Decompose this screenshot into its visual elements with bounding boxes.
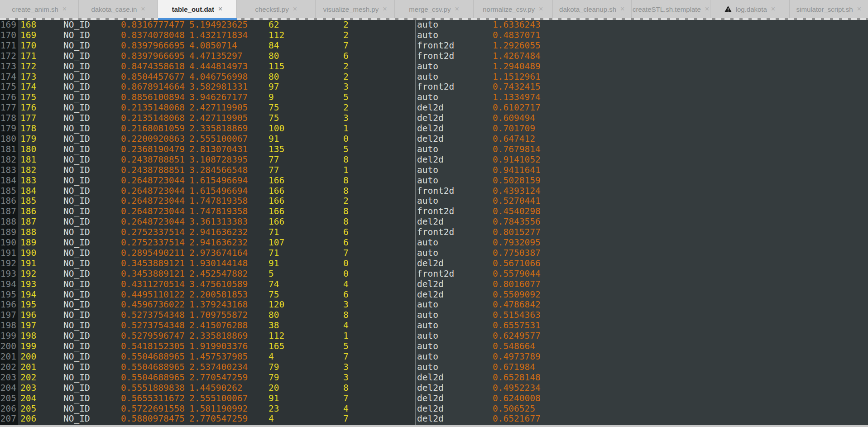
- param2-cell: 2.415076288: [189, 321, 248, 331]
- tab-close-icon[interactable]: ×: [383, 5, 387, 13]
- result-cell: 0.5509092: [493, 290, 541, 300]
- tab-normalize_csv.py[interactable]: normalize_csv.py×: [474, 0, 552, 18]
- tab-close-icon[interactable]: ×: [62, 5, 67, 13]
- method-cell: front2d: [417, 41, 454, 51]
- param1-cell: 0.8397966695: [121, 51, 185, 62]
- eval-id-cell: 175: [20, 92, 36, 103]
- eval-id-cell: 189: [20, 238, 36, 248]
- int1-cell: 166: [269, 217, 284, 227]
- tab-label: create_anim.sh: [12, 5, 58, 13]
- result-cell: 0.548664: [493, 341, 535, 352]
- code-line: 173NO_ID0.85044576774.046756998802auto1.…: [18, 72, 868, 82]
- code-line: 180NO_ID0.23681904792.8130704311355auto0…: [18, 144, 868, 155]
- eval-id-cell: 185: [20, 196, 36, 206]
- param1-cell: 0.4311270514: [121, 279, 185, 290]
- tab-close-icon[interactable]: ×: [771, 5, 775, 13]
- int1-cell: 112: [269, 331, 284, 341]
- tab-simulator_script.sh[interactable]: simulator_script.sh×: [790, 0, 868, 18]
- interface-cell: NO_ID: [63, 259, 90, 269]
- line-number: 172: [0, 51, 16, 62]
- method-cell: auto: [417, 341, 438, 352]
- param1-cell: 0.2438788851: [121, 165, 185, 176]
- tab-close-icon[interactable]: ×: [293, 5, 297, 13]
- tab-createSTL.sh.template[interactable]: createSTL.sh.template×: [632, 0, 710, 18]
- line-number-gutter: 1691701711721731741751761771781791801811…: [0, 20, 18, 425]
- interface-cell: NO_ID: [63, 300, 90, 310]
- param2-cell: 1.747819358: [189, 206, 248, 217]
- int2-cell: 8: [343, 310, 349, 321]
- param1-cell: 0.2752337514: [121, 227, 185, 238]
- param1-cell: 0.5273754348: [121, 310, 185, 321]
- param1-cell: 0.5504688965: [121, 362, 185, 373]
- line-number: 202: [0, 362, 16, 373]
- text-editor-window: create_anim.sh×dakota_case.in×table_out.…: [0, 0, 868, 427]
- line-number: 177: [0, 103, 16, 113]
- method-cell: auto: [417, 248, 438, 259]
- tab-close-icon[interactable]: ×: [705, 5, 709, 13]
- eval-id-cell: 178: [20, 124, 36, 134]
- int2-cell: 8: [343, 217, 349, 227]
- result-cell: 0.4837071: [493, 30, 541, 41]
- tab-label: log.dakota: [736, 5, 767, 13]
- code-area[interactable]: 168NO_ID0.83167774775.194923625622auto1.…: [18, 20, 868, 425]
- tab-dakota_cleanup.sh[interactable]: dakota_cleanup.sh×: [553, 0, 632, 18]
- int1-cell: 97: [269, 82, 279, 92]
- result-cell: 0.7432415: [493, 82, 541, 92]
- tab-create_anim.sh[interactable]: create_anim.sh×: [0, 0, 79, 18]
- tab-label: createSTL.sh.template: [633, 5, 701, 13]
- line-number: 189: [0, 227, 16, 238]
- param2-cell: 2.452547882: [189, 269, 248, 279]
- int2-cell: 3: [343, 373, 349, 383]
- eval-id-cell: 206: [20, 414, 36, 424]
- param1-cell: 0.3453889121: [121, 269, 185, 279]
- tab-close-icon[interactable]: ×: [620, 5, 624, 13]
- tab-close-icon[interactable]: ×: [455, 5, 459, 13]
- int1-cell: 91: [269, 393, 279, 404]
- method-cell: del2d: [417, 124, 444, 134]
- line-number: 178: [0, 113, 16, 124]
- interface-cell: NO_ID: [63, 238, 90, 248]
- method-cell: auto: [417, 30, 438, 41]
- result-cell: 1.6336243: [493, 20, 541, 30]
- param1-cell: 0.5880978475: [121, 414, 185, 424]
- result-cell: 0.5154363: [493, 310, 541, 321]
- interface-cell: NO_ID: [63, 134, 90, 144]
- interface-cell: NO_ID: [63, 165, 90, 176]
- eval-id-cell: 199: [20, 341, 36, 352]
- code-line: 169NO_ID0.83740780481.4321718341122auto0…: [18, 30, 868, 41]
- method-cell: auto: [417, 362, 438, 373]
- interface-cell: NO_ID: [63, 51, 90, 62]
- tab-merge_csv.py[interactable]: merge_csv.py×: [395, 0, 474, 18]
- tab-label: checkstl.py: [255, 5, 288, 13]
- eval-id-cell: 174: [20, 82, 36, 92]
- result-cell: 0.701709: [493, 124, 535, 134]
- tab-close-icon[interactable]: ×: [141, 5, 145, 13]
- result-cell: 0.6249577: [493, 331, 541, 341]
- line-number: 196: [0, 300, 16, 310]
- eval-id-cell: 198: [20, 331, 36, 341]
- tab-close-icon[interactable]: ×: [539, 5, 543, 13]
- param2-cell: 1.930144148: [189, 259, 248, 269]
- eval-id-cell: 197: [20, 321, 36, 331]
- param1-cell: 0.5655311672: [121, 393, 185, 404]
- editor-area[interactable]: 1691701711721731741751761771781791801811…: [0, 20, 868, 425]
- tab-checkstl.py[interactable]: checkstl.py×: [237, 0, 316, 18]
- param2-cell: 2.941636232: [189, 227, 248, 238]
- method-cell: del2d: [417, 404, 444, 414]
- interface-cell: NO_ID: [63, 279, 90, 290]
- tab-close-icon[interactable]: ×: [857, 5, 861, 13]
- line-number: 170: [0, 30, 16, 41]
- eval-id-cell: 184: [20, 186, 36, 197]
- interface-cell: NO_ID: [63, 373, 90, 383]
- horizontal-scrollbar[interactable]: [0, 425, 868, 427]
- tab-log.dakota[interactable]: log.dakota×: [710, 0, 789, 18]
- tab-table_out.dat[interactable]: table_out.dat×: [158, 0, 237, 18]
- eval-id-cell: 188: [20, 227, 36, 238]
- tab-visualize_mesh.py[interactable]: visualize_mesh.py×: [316, 0, 394, 18]
- interface-cell: NO_ID: [63, 72, 90, 82]
- tab-dakota_case.in[interactable]: dakota_case.in×: [79, 0, 158, 18]
- code-line: 203NO_ID0.55518898381.44590262208del2d0.…: [18, 383, 868, 393]
- tab-close-icon[interactable]: ×: [218, 5, 222, 13]
- param2-cell: 1.44590262: [189, 383, 242, 393]
- int1-cell: 84: [269, 41, 279, 51]
